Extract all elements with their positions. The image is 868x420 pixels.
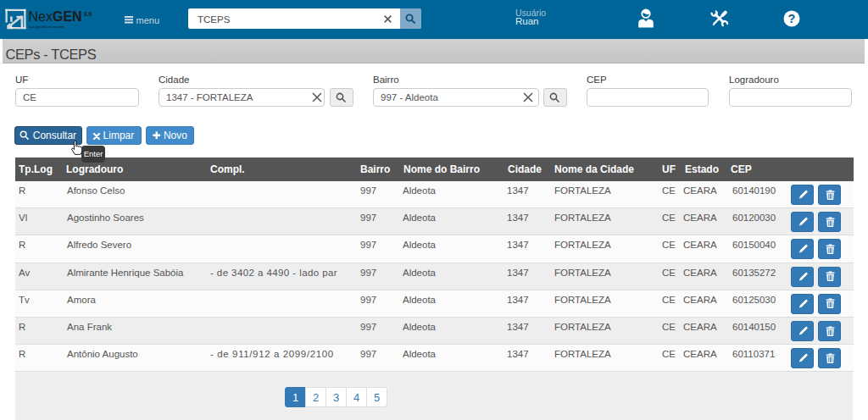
svg-text:?: ? [788, 12, 796, 25]
